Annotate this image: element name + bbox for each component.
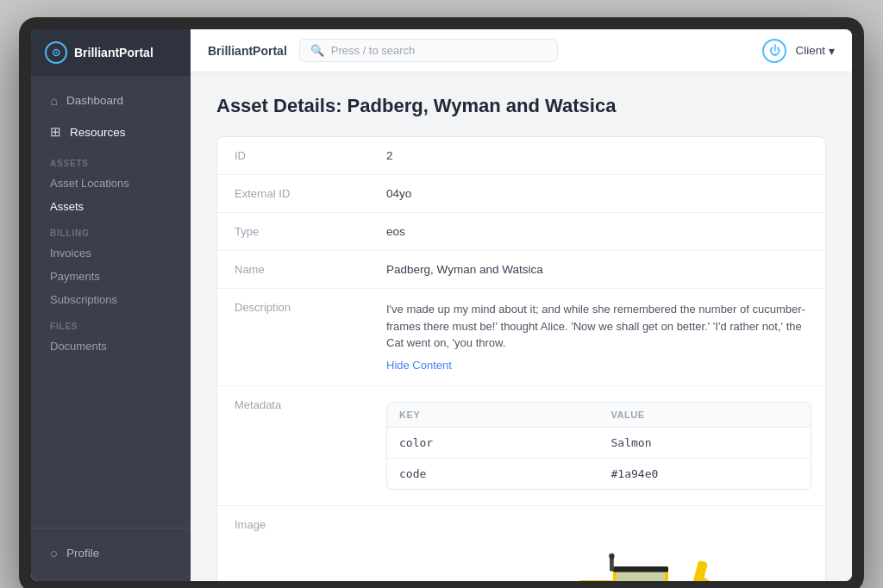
search-placeholder: Press / to search [331, 44, 416, 57]
svg-rect-4 [579, 580, 617, 581]
page-title: Asset Details: Padberg, Wyman and Watsic… [216, 95, 826, 117]
sidebar-bottom: ○ Profile [31, 528, 191, 581]
sidebar-item-label: Resources [70, 126, 126, 139]
sidebar-item-invoices[interactable]: Invoices [31, 241, 191, 265]
id-label: ID [217, 137, 373, 174]
external-id-row: External ID 04yo [217, 175, 825, 213]
page-body: Asset Details: Padberg, Wyman and Watsic… [191, 72, 852, 581]
description-text: I've made up my mind about it; and while… [386, 303, 805, 349]
metadata-key-header: KEY [387, 403, 599, 427]
tractor-image-container: JOHN DEERE [386, 518, 811, 581]
sidebar-item-dashboard[interactable]: ⌂ Dashboard [36, 85, 185, 116]
profile-icon: ○ [50, 546, 58, 560]
external-id-label: External ID [217, 175, 373, 212]
sidebar-nav: ⌂ Dashboard ⊞ Resources ASSETS Asset Loc… [31, 76, 191, 528]
sidebar-item-subscriptions[interactable]: Subscriptions [31, 288, 191, 311]
sidebar-item-profile[interactable]: ○ Profile [36, 538, 185, 568]
name-row: Name Padberg, Wyman and Watsica [217, 251, 825, 289]
main-content: BrilliantPortal 🔍 Press / to search ⏻ Cl… [191, 29, 852, 581]
sidebar-item-label: Dashboard [66, 94, 123, 107]
assets-label: Assets [50, 200, 84, 213]
description-value: I've made up my mind about it; and while… [373, 289, 825, 385]
sidebar-item-asset-locations[interactable]: Asset Locations [31, 172, 191, 195]
topbar-right: ⏻ Client ▾ [762, 39, 835, 63]
home-icon: ⌂ [50, 93, 58, 108]
svg-point-21 [609, 554, 614, 559]
power-icon[interactable]: ⏻ [762, 39, 786, 63]
metadata-value-header: VALUE [599, 403, 811, 427]
metadata-key-code: code [387, 459, 599, 489]
invoices-label: Invoices [50, 247, 91, 260]
hide-content-link[interactable]: Hide Content [386, 357, 811, 374]
search-bar[interactable]: 🔍 Press / to search [299, 39, 558, 62]
subscriptions-label: Subscriptions [50, 293, 117, 306]
sidebar-item-payments[interactable]: Payments [31, 265, 191, 288]
id-value: 2 [373, 137, 825, 174]
svg-rect-3 [613, 566, 668, 572]
sidebar-item-documents[interactable]: Documents [31, 335, 191, 358]
metadata-value: KEY VALUE color Salmon code #1a94e0 [373, 386, 825, 505]
name-value: Padberg, Wyman and Watsica [373, 251, 825, 288]
billing-section-label: BILLING [31, 218, 191, 241]
metadata-value-color: Salmon [599, 428, 811, 458]
topbar: BrilliantPortal 🔍 Press / to search ⏻ Cl… [191, 29, 852, 72]
files-section-label: FILES [31, 311, 191, 335]
assets-section-label: ASSETS [31, 148, 191, 172]
metadata-table: KEY VALUE color Salmon code #1a94e0 [386, 402, 811, 490]
image-row: Image [217, 506, 825, 581]
client-label: Client [795, 44, 825, 57]
metadata-table-header: KEY VALUE [387, 403, 811, 428]
sidebar-item-resources[interactable]: ⊞ Resources [36, 116, 185, 147]
search-icon: 🔍 [310, 44, 324, 57]
metadata-label: Metadata [217, 386, 373, 505]
sidebar-item-assets[interactable]: Assets [31, 195, 191, 218]
description-label: Description [217, 289, 373, 385]
metadata-key-color: color [387, 428, 599, 458]
chevron-down-icon: ▾ [829, 44, 835, 58]
tractor-image: JOHN DEERE [496, 527, 772, 581]
topbar-brand: BrilliantPortal [208, 44, 287, 58]
documents-label: Documents [50, 340, 107, 353]
metadata-row-code: code #1a94e0 [387, 459, 811, 489]
external-id-value: 04yo [373, 175, 825, 212]
type-value: eos [373, 213, 825, 250]
logo-icon: ⊙ [45, 41, 67, 64]
asset-detail-card: ID 2 External ID 04yo Type eos [216, 136, 826, 581]
metadata-row: Metadata KEY VALUE color Salmon [217, 386, 825, 506]
type-row: Type eos [217, 213, 825, 251]
sidebar-logo: ⊙ BrilliantPortal [31, 29, 191, 76]
description-row: Description I've made up my mind about i… [217, 289, 825, 386]
metadata-value-code: #1a94e0 [599, 459, 811, 489]
client-button[interactable]: Client ▾ [795, 44, 835, 58]
metadata-row-color: color Salmon [387, 428, 811, 459]
image-value: JOHN DEERE [373, 506, 825, 581]
grid-icon: ⊞ [50, 124, 61, 140]
payments-label: Payments [50, 270, 100, 283]
sidebar: ⊙ BrilliantPortal ⌂ Dashboard ⊞ Resource… [31, 29, 191, 581]
name-label: Name [217, 251, 373, 288]
profile-label: Profile [66, 547, 99, 560]
svg-rect-7 [689, 560, 707, 581]
image-label: Image [217, 506, 373, 581]
type-label: Type [217, 213, 373, 250]
asset-id-row: ID 2 [217, 137, 825, 175]
logo-text: BrilliantPortal [74, 46, 153, 59]
asset-locations-label: Asset Locations [50, 177, 129, 190]
